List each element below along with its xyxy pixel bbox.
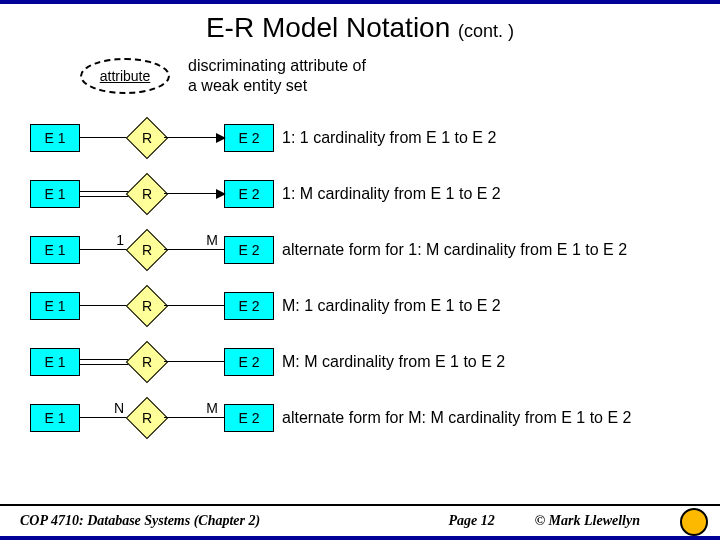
attribute-row: attribute discriminating attribute of a …	[80, 56, 720, 96]
entity-e2: E 2	[224, 404, 274, 432]
attribute-description: discriminating attribute of a weak entit…	[188, 56, 366, 96]
line-r-e2	[164, 361, 224, 363]
footer: COP 4710: Database Systems (Chapter 2) P…	[0, 504, 720, 540]
line-e1-r: N	[80, 417, 130, 419]
slide-title: E-R Model Notation (cont. )	[0, 12, 720, 44]
notation-row: E 1NRME 2alternate form for M: M cardina…	[30, 390, 720, 446]
line-r-e2	[164, 305, 224, 307]
relationship-label: R	[142, 186, 152, 202]
row-description: 1: M cardinality from E 1 to E 2	[282, 185, 501, 203]
cardinality-right-label: M	[206, 232, 218, 248]
arrowhead-icon	[216, 189, 226, 199]
notation-row: E 11RME 2alternate form for 1: M cardina…	[30, 222, 720, 278]
attribute-label: attribute	[100, 68, 151, 84]
relationship-label: R	[142, 354, 152, 370]
line-e1-r	[80, 305, 130, 307]
entity-e1: E 1	[30, 404, 80, 432]
entity-e1: E 1	[30, 180, 80, 208]
row-description: alternate form for 1: M cardinality from…	[282, 241, 627, 259]
relationship-diamond: R	[126, 341, 168, 383]
notation-row: E 1RE 21: M cardinality from E 1 to E 2	[30, 166, 720, 222]
title-main: E-R Model Notation	[206, 12, 450, 43]
entity-e2: E 2	[224, 292, 274, 320]
attr-desc-line1: discriminating attribute of	[188, 56, 366, 76]
relationship-label: R	[142, 298, 152, 314]
relationship-diamond: R	[126, 229, 168, 271]
line-e1-r	[80, 137, 130, 139]
entity-e2: E 2	[224, 180, 274, 208]
relationship-label: R	[142, 410, 152, 426]
line-e1-r	[80, 359, 130, 365]
entity-e1: E 1	[30, 124, 80, 152]
cardinality-right-label: M	[206, 400, 218, 416]
line-e1-r: 1	[80, 249, 130, 251]
line-r-e2	[164, 193, 224, 195]
entity-e2: E 2	[224, 348, 274, 376]
line-r-e2: M	[164, 417, 224, 419]
line-r-e2: M	[164, 249, 224, 251]
notation-row: E 1RE 21: 1 cardinality from E 1 to E 2	[30, 110, 720, 166]
footer-copyright: © Mark Llewellyn	[535, 513, 640, 529]
entity-e1: E 1	[30, 292, 80, 320]
relationship-diamond: R	[126, 117, 168, 159]
cardinality-left-label: N	[114, 400, 124, 416]
attribute-ellipse: attribute	[80, 58, 170, 94]
entity-e2: E 2	[224, 124, 274, 152]
line-e1-r	[80, 191, 130, 197]
row-description: M: 1 cardinality from E 1 to E 2	[282, 297, 501, 315]
attr-desc-line2: a weak entity set	[188, 76, 366, 96]
footer-course: COP 4710: Database Systems (Chapter 2)	[20, 513, 408, 529]
title-cont: (cont. )	[458, 21, 514, 41]
relationship-diamond: R	[126, 397, 168, 439]
row-description: alternate form for M: M cardinality from…	[282, 409, 631, 427]
notation-rows: E 1RE 21: 1 cardinality from E 1 to E 2E…	[30, 110, 720, 446]
relationship-diamond: R	[126, 285, 168, 327]
entity-e2: E 2	[224, 236, 274, 264]
notation-row: E 1RE 2M: 1 cardinality from E 1 to E 2	[30, 278, 720, 334]
relationship-label: R	[142, 130, 152, 146]
arrowhead-icon	[216, 133, 226, 143]
relationship-diamond: R	[126, 173, 168, 215]
top-bar	[0, 0, 720, 4]
content-area: attribute discriminating attribute of a …	[0, 44, 720, 446]
cardinality-left-label: 1	[116, 232, 124, 248]
line-r-e2	[164, 137, 224, 139]
row-description: M: M cardinality from E 1 to E 2	[282, 353, 505, 371]
entity-e1: E 1	[30, 348, 80, 376]
relationship-label: R	[142, 242, 152, 258]
row-description: 1: 1 cardinality from E 1 to E 2	[282, 129, 496, 147]
entity-e1: E 1	[30, 236, 80, 264]
notation-row: E 1RE 2M: M cardinality from E 1 to E 2	[30, 334, 720, 390]
school-logo-icon	[680, 508, 708, 536]
footer-page: Page 12	[448, 513, 494, 529]
